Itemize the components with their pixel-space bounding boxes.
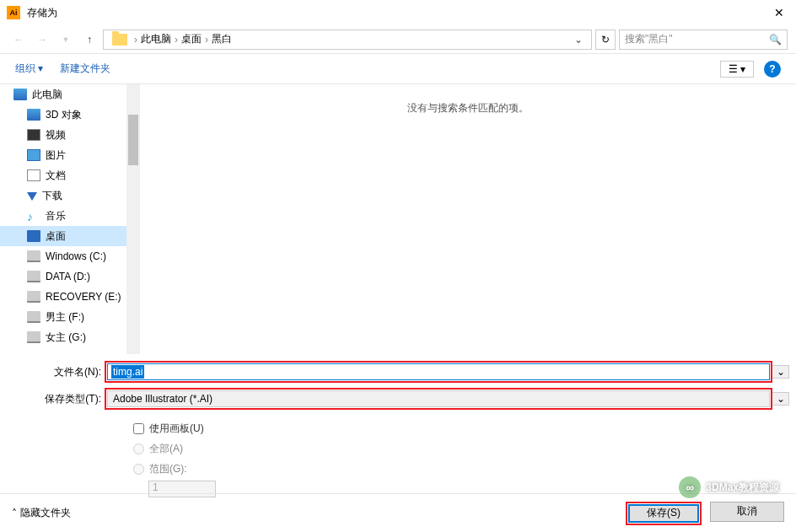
breadcrumb-item[interactable]: 桌面 <box>181 32 202 46</box>
app-icon: Ai <box>7 6 20 19</box>
breadcrumb-dropdown[interactable]: ⌄ <box>571 34 586 46</box>
breadcrumb[interactable]: › 此电脑 › 桌面 › 黑白 ⌄ <box>103 30 592 50</box>
drive-icon <box>27 331 40 343</box>
scrollbar-thumb[interactable] <box>128 115 138 165</box>
filename-label: 文件名(N): <box>7 365 105 379</box>
filetype-label: 保存类型(T): <box>7 392 105 406</box>
sidebar-item-documents[interactable]: 文档 <box>0 165 126 185</box>
view-mode-button[interactable]: ☰ ▾ <box>720 61 754 78</box>
close-button[interactable]: ✕ <box>762 0 796 25</box>
filename-dropdown[interactable]: ⌄ <box>772 365 789 379</box>
chevron-right-icon: › <box>175 34 178 46</box>
organize-menu[interactable]: 组织 ▾ <box>15 62 43 76</box>
range-radio <box>133 464 144 475</box>
sidebar-item-desktop[interactable]: 桌面 <box>0 226 126 246</box>
picture-icon <box>27 149 40 161</box>
drive-icon <box>27 271 40 282</box>
up-button[interactable]: ↑ <box>79 30 100 50</box>
sidebar-item-drive-e[interactable]: RECOVERY (E:) <box>0 287 126 307</box>
refresh-button[interactable]: ↻ <box>595 30 616 50</box>
back-button[interactable]: ← <box>8 30 29 50</box>
filetype-select[interactable]: Adobe Illustrator (*.AI) <box>107 390 770 407</box>
3d-icon <box>27 109 40 121</box>
chevron-right-icon: › <box>134 34 137 46</box>
desktop-icon <box>27 230 40 242</box>
sidebar: 此电脑 3D 对象 视频 图片 文档 下载 ♪音乐 桌面 Windows (C:… <box>0 84 126 354</box>
drive-icon <box>27 291 40 303</box>
help-button[interactable]: ? <box>764 61 781 78</box>
music-icon: ♪ <box>27 210 40 222</box>
range-option: 范围(G): <box>133 459 789 479</box>
breadcrumb-item[interactable]: 黑白 <box>212 32 232 46</box>
use-artboard-checkbox[interactable] <box>133 423 144 434</box>
filename-input[interactable]: timg.ai <box>107 363 770 380</box>
sidebar-item-drive-f[interactable]: 男主 (F:) <box>0 307 126 327</box>
sidebar-item-drive-g[interactable]: 女主 (G:) <box>0 327 126 347</box>
sidebar-item-pictures[interactable]: 图片 <box>0 145 126 165</box>
search-placeholder: 搜索"黑白" <box>625 32 673 46</box>
sidebar-item-drive-d[interactable]: DATA (D:) <box>0 266 126 287</box>
all-option: 全部(A) <box>133 438 789 459</box>
empty-message: 没有与搜索条件匹配的项。 <box>407 102 529 114</box>
search-icon: 🔍 <box>769 34 782 46</box>
search-input[interactable]: 搜索"黑白" 🔍 <box>619 30 788 50</box>
folder-icon <box>112 34 127 46</box>
all-radio <box>133 443 144 454</box>
dialog-title: 存储为 <box>27 6 762 20</box>
new-folder-button[interactable]: 新建文件夹 <box>60 62 110 76</box>
save-button[interactable]: 保存(S) <box>628 504 699 523</box>
sidebar-item-downloads[interactable]: 下载 <box>0 185 126 206</box>
document-icon <box>27 169 40 181</box>
video-icon <box>27 129 40 141</box>
use-artboard-option[interactable]: 使用画板(U) <box>133 418 789 438</box>
pc-icon <box>13 89 27 100</box>
cancel-button[interactable]: 取消 <box>710 502 784 522</box>
forward-button[interactable]: → <box>32 30 52 50</box>
download-icon <box>27 192 37 201</box>
hide-folders-button[interactable]: ˄ 隐藏文件夹 <box>12 506 71 520</box>
chevron-up-icon: ˄ <box>12 508 17 519</box>
sidebar-item-3d-objects[interactable]: 3D 对象 <box>0 105 126 125</box>
chevron-right-icon: › <box>205 34 208 46</box>
sidebar-item-this-pc[interactable]: 此电脑 <box>0 84 126 105</box>
sidebar-item-videos[interactable]: 视频 <box>0 125 126 145</box>
filetype-dropdown[interactable]: ⌄ <box>772 392 789 406</box>
drive-icon <box>27 250 40 262</box>
sidebar-item-drive-c[interactable]: Windows (C:) <box>0 246 126 266</box>
sidebar-scrollbar[interactable] <box>126 84 140 354</box>
recent-dropdown[interactable]: ▼ <box>56 30 76 50</box>
sidebar-item-music[interactable]: ♪音乐 <box>0 206 126 226</box>
breadcrumb-root[interactable]: 此电脑 <box>141 32 171 46</box>
drive-icon <box>27 311 40 323</box>
file-list-pane: 没有与搜索条件匹配的项。 <box>140 84 796 354</box>
